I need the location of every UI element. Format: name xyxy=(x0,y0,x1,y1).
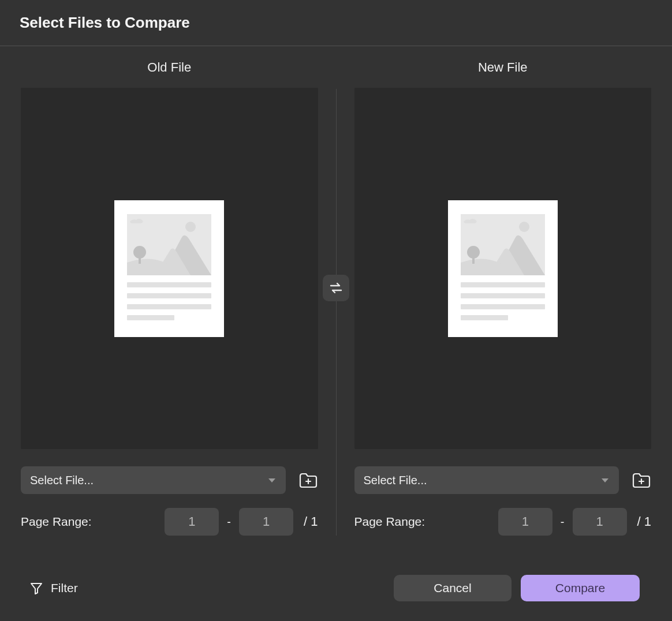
cancel-button[interactable]: Cancel xyxy=(394,575,512,601)
swap-horizontal-icon xyxy=(328,281,344,295)
svg-point-3 xyxy=(133,246,146,259)
old-file-browse-button[interactable] xyxy=(298,472,318,489)
range-dash: - xyxy=(227,515,231,529)
panel-divider xyxy=(336,89,337,536)
new-file-title: New File xyxy=(354,60,652,75)
new-page-from-input[interactable] xyxy=(498,508,552,536)
old-page-from-input[interactable] xyxy=(165,508,219,536)
new-file-preview[interactable] xyxy=(354,88,652,449)
old-page-total: / 1 xyxy=(304,514,318,529)
new-page-to-input[interactable] xyxy=(573,508,627,536)
document-thumbnail-icon xyxy=(114,200,224,337)
old-page-to-input[interactable] xyxy=(239,508,293,536)
svg-point-9 xyxy=(467,246,480,259)
svg-point-7 xyxy=(519,222,529,232)
panels-container: Old File xyxy=(0,46,672,536)
old-page-range-row: Page Range: - / 1 xyxy=(21,508,318,536)
chevron-down-icon xyxy=(268,478,275,482)
swap-files-button[interactable] xyxy=(323,275,349,301)
filter-icon xyxy=(30,582,43,594)
dialog-title: Select Files to Compare xyxy=(20,14,672,32)
new-page-range-row: Page Range: - / 1 xyxy=(354,508,652,536)
old-file-select-label: Select File... xyxy=(30,474,94,487)
old-file-select-dropdown[interactable]: Select File... xyxy=(21,466,286,494)
new-file-panel: New File xyxy=(354,60,652,536)
new-file-select-row: Select File... xyxy=(354,466,652,494)
chevron-down-icon xyxy=(602,478,608,482)
old-file-select-row: Select File... xyxy=(21,466,318,494)
compare-button[interactable]: Compare xyxy=(521,575,640,601)
action-buttons: Cancel Compare xyxy=(394,575,640,601)
new-file-select-dropdown[interactable]: Select File... xyxy=(354,466,619,494)
document-thumbnail-icon xyxy=(448,200,558,337)
new-file-browse-button[interactable] xyxy=(632,472,651,489)
filter-button[interactable]: Filter xyxy=(30,581,78,595)
filter-label: Filter xyxy=(51,581,78,595)
new-page-total: / 1 xyxy=(637,514,651,529)
new-file-select-label: Select File... xyxy=(364,474,427,487)
old-page-range-label: Page Range: xyxy=(21,515,158,529)
dialog-footer: Filter Cancel Compare xyxy=(0,575,672,601)
dialog-header: Select Files to Compare xyxy=(0,0,672,46)
folder-open-icon xyxy=(632,472,651,489)
folder-open-icon xyxy=(298,472,318,489)
old-file-panel: Old File xyxy=(21,60,318,536)
new-page-range-label: Page Range: xyxy=(354,515,491,529)
range-dash: - xyxy=(561,515,565,529)
old-file-preview[interactable] xyxy=(21,88,318,449)
old-file-title: Old File xyxy=(21,60,318,75)
svg-point-1 xyxy=(185,222,196,232)
